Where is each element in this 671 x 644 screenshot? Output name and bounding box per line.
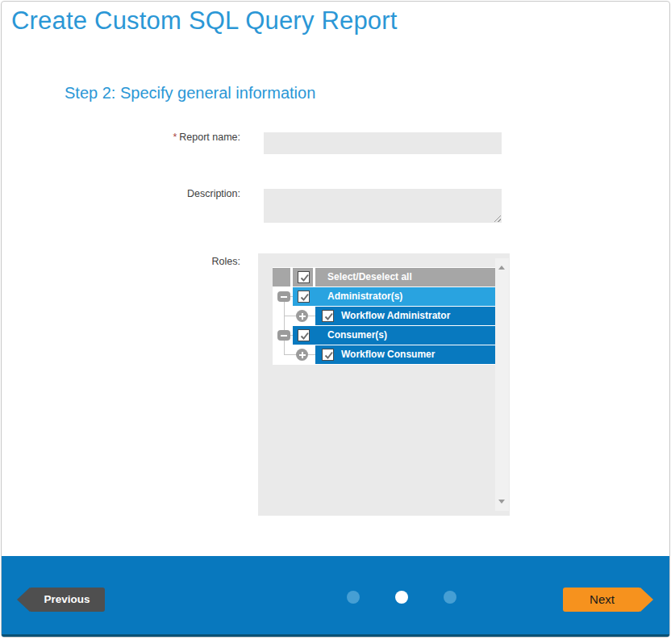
tree-row-label: Workflow Consumer (315, 345, 495, 364)
tree-connector-line (284, 316, 296, 316)
tree-connector-line (284, 302, 285, 331)
tree-connector-line (284, 341, 285, 355)
collapse-icon[interactable] (277, 330, 290, 341)
tree-row-workflow-administrator[interactable]: Workflow Administrator (315, 307, 495, 325)
tree-row-label: Administrator(s) (293, 287, 495, 306)
roles-label: Roles: (63, 256, 240, 267)
required-asterisk: * (173, 132, 177, 143)
check-icon (323, 350, 334, 361)
expand-icon[interactable] (296, 349, 308, 361)
step-indicator-dot-1 (347, 591, 360, 604)
report-name-input[interactable] (264, 132, 502, 154)
workflow-consumer-checkbox[interactable] (322, 349, 334, 361)
collapse-icon[interactable] (277, 291, 290, 302)
scroll-up-icon[interactable] (498, 266, 505, 270)
tree-connector-line (308, 354, 315, 355)
check-icon (323, 312, 334, 322)
check-icon (299, 273, 310, 283)
description-field-container (264, 189, 502, 223)
report-name-label-text: Report name: (179, 132, 240, 143)
next-button[interactable]: Next (563, 588, 641, 612)
vertical-scrollbar[interactable] (495, 258, 509, 511)
scroll-down-icon[interactable] (498, 500, 505, 504)
select-all-checkbox[interactable] (298, 271, 310, 283)
roles-panel: Select/Deselect all Administrator(s) Wor… (258, 253, 510, 516)
tree-row-administrators[interactable]: Administrator(s) (293, 287, 495, 306)
wizard-window: Create Custom SQL Query Report Step 2: S… (1, 1, 670, 638)
description-label: Description: (63, 188, 240, 199)
check-icon (299, 331, 310, 341)
wizard-footer: Previous Next (2, 556, 669, 637)
select-all-label: Select/Deselect all (315, 268, 495, 286)
step-heading: Step 2: Specify general information (65, 84, 315, 102)
expand-icon[interactable] (296, 310, 308, 322)
description-textarea[interactable] (264, 189, 502, 223)
tree-header-expander-cell (273, 268, 290, 286)
report-name-label: *Report name: (63, 132, 240, 143)
tree-row-workflow-consumer[interactable]: Workflow Consumer (315, 345, 495, 364)
step-indicator-dot-2-active (395, 591, 408, 604)
tree-connector-line (308, 316, 315, 316)
tree-header-row[interactable]: Select/Deselect all (315, 268, 495, 286)
tree-row-label: Workflow Administrator (315, 307, 495, 325)
step-indicator-dot-3 (444, 591, 456, 604)
page-title: Create Custom SQL Query Report (11, 6, 398, 36)
tree-connector-line (284, 354, 296, 355)
consumers-checkbox[interactable] (298, 329, 310, 341)
check-icon (299, 292, 310, 303)
tree-row-consumers[interactable]: Consumer(s) (293, 326, 495, 345)
previous-button[interactable]: Previous (29, 588, 105, 612)
tree-row-label: Consumer(s) (293, 326, 495, 345)
workflow-administrator-checkbox[interactable] (322, 310, 334, 322)
administrators-checkbox[interactable] (298, 291, 310, 303)
